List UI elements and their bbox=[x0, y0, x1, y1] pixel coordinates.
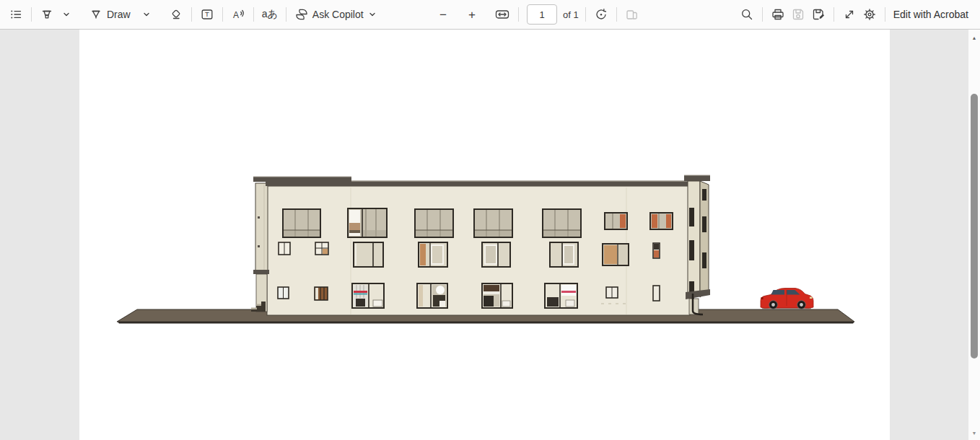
page-view-button[interactable] bbox=[622, 4, 642, 25]
svg-text:T: T bbox=[205, 10, 209, 18]
separator bbox=[222, 7, 223, 22]
highlighter-button[interactable] bbox=[37, 4, 57, 25]
chevron-down-icon bbox=[367, 9, 377, 19]
separator bbox=[616, 7, 617, 22]
search-button[interactable] bbox=[737, 4, 757, 25]
toolbar-center-group: − + of 1 bbox=[434, 0, 642, 29]
scroll-up-arrow-icon[interactable]: ▲ bbox=[968, 33, 980, 42]
plus-icon: + bbox=[468, 9, 476, 21]
separator bbox=[885, 7, 885, 22]
save-button[interactable] bbox=[788, 4, 808, 25]
separator bbox=[253, 7, 254, 22]
page-view-icon bbox=[625, 7, 639, 22]
fullscreen-button[interactable] bbox=[839, 4, 859, 25]
svg-text:A: A bbox=[233, 10, 239, 20]
scroll-down-arrow-icon[interactable]: ▼ bbox=[968, 428, 980, 437]
table-of-contents-button[interactable] bbox=[6, 4, 26, 25]
draw-dropdown-button[interactable] bbox=[137, 4, 156, 25]
separator bbox=[191, 7, 192, 22]
translate-icon: aあ bbox=[262, 8, 278, 21]
vertical-scrollbar[interactable]: ▲ ▼ bbox=[968, 30, 980, 440]
fit-width-icon bbox=[494, 7, 510, 22]
fullscreen-icon bbox=[842, 7, 857, 22]
toc-icon bbox=[9, 7, 23, 22]
highlighter-icon bbox=[40, 7, 54, 22]
car bbox=[761, 289, 813, 309]
draw-tool-button[interactable]: Draw bbox=[86, 4, 137, 25]
read-aloud-button[interactable]: A bbox=[228, 4, 248, 25]
eraser-button[interactable] bbox=[166, 4, 186, 25]
gear-icon bbox=[862, 7, 877, 22]
separator bbox=[585, 7, 586, 22]
highlighter-dropdown-button[interactable] bbox=[57, 4, 76, 25]
copilot-icon bbox=[294, 7, 309, 22]
page-count-label: of 1 bbox=[563, 9, 579, 20]
print-button[interactable] bbox=[768, 4, 788, 25]
separator bbox=[834, 7, 834, 22]
draw-label: Draw bbox=[107, 9, 131, 20]
elevation-drawing bbox=[0, 30, 968, 440]
draw-pen-icon bbox=[89, 7, 103, 22]
text-box-icon: T bbox=[200, 7, 214, 22]
add-text-button[interactable]: T bbox=[197, 4, 217, 25]
edit-with-acrobat-label: Edit with Acrobat bbox=[893, 9, 968, 20]
save-as-icon bbox=[811, 7, 826, 22]
pdf-viewport[interactable] bbox=[0, 30, 968, 440]
separator bbox=[762, 7, 763, 22]
settings-button[interactable] bbox=[859, 4, 880, 25]
zoom-in-button[interactable]: + bbox=[463, 4, 481, 25]
minus-icon: − bbox=[439, 9, 447, 21]
save-icon bbox=[791, 7, 805, 22]
ask-copilot-button[interactable]: Ask Copilot bbox=[292, 4, 380, 25]
translate-button[interactable]: aあ bbox=[259, 4, 281, 25]
rotate-icon bbox=[594, 7, 608, 22]
toolbar-left-group: Draw T A bbox=[6, 0, 380, 29]
separator bbox=[286, 7, 286, 22]
separator bbox=[31, 7, 32, 22]
separator bbox=[518, 7, 519, 22]
fit-to-width-button[interactable] bbox=[491, 4, 513, 25]
roof-parapet bbox=[253, 175, 710, 186]
rotate-button[interactable] bbox=[591, 4, 611, 25]
right-bay bbox=[686, 181, 710, 314]
print-icon bbox=[771, 7, 785, 22]
scrollbar-thumb[interactable] bbox=[971, 94, 978, 358]
chevron-down-icon bbox=[141, 9, 152, 19]
zoom-out-button[interactable]: − bbox=[434, 4, 452, 25]
edit-with-acrobat-button[interactable]: Edit with Acrobat bbox=[891, 4, 971, 25]
save-as-button[interactable] bbox=[808, 4, 828, 25]
chevron-down-icon bbox=[61, 9, 71, 19]
toolbar-right-group: Edit with Acrobat bbox=[737, 0, 971, 29]
read-aloud-icon: A bbox=[231, 7, 245, 22]
building bbox=[251, 175, 710, 315]
eraser-icon bbox=[169, 7, 183, 22]
ask-copilot-label: Ask Copilot bbox=[312, 9, 364, 20]
pdf-toolbar: Draw T A bbox=[0, 0, 980, 30]
page-number-input[interactable] bbox=[527, 4, 557, 25]
search-icon bbox=[740, 7, 754, 22]
